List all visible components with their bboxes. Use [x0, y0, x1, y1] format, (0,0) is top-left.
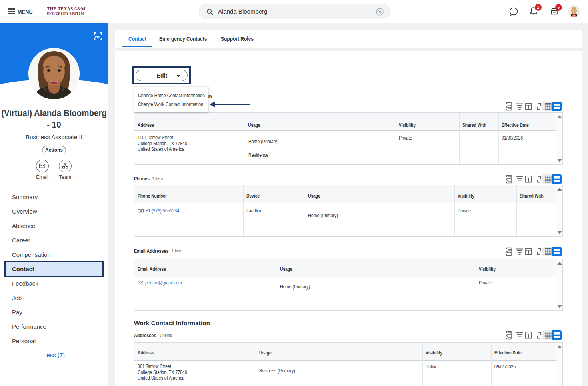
svg-text:PDF: PDF	[95, 35, 101, 39]
